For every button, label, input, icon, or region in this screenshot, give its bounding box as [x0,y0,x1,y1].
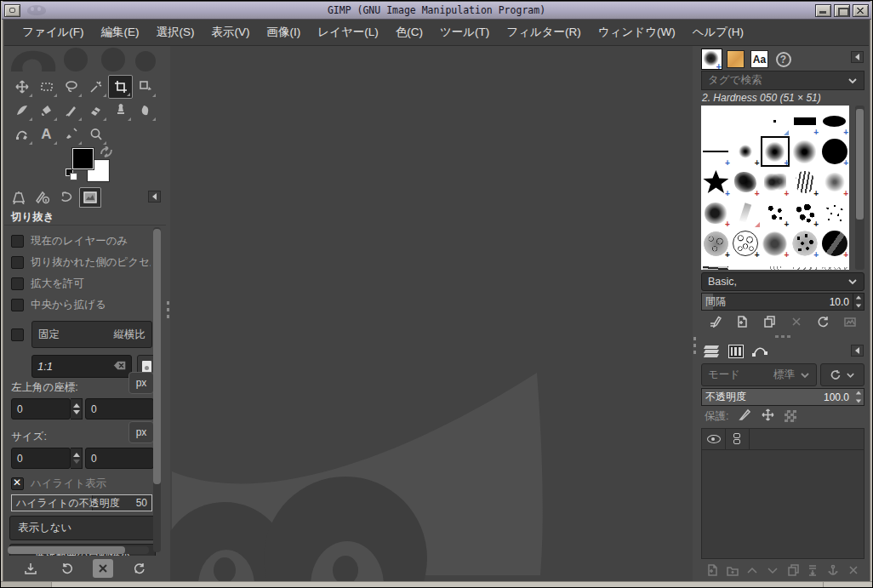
brush-strokes[interactable]: + [790,167,819,197]
zoom-tool-button[interactable] [83,123,108,146]
spacing-spinner[interactable] [853,294,864,310]
checkbox[interactable] [11,299,24,311]
tool-options-vertical-scrollbar[interactable] [153,227,161,552]
crop-option-1[interactable]: 切り抜かれた側のピクセルの削除 [11,254,151,271]
brush-grunge[interactable]: + [761,228,790,259]
fuzzy-select-tool-button[interactable] [83,75,108,99]
delete-layer-button[interactable] [844,562,863,579]
brush-vine[interactable] [790,259,819,270]
checkbox[interactable] [11,256,24,269]
tab-images[interactable] [79,187,101,208]
default-colors-icon[interactable] [66,168,77,180]
guides-combo[interactable]: 表示しない [9,516,156,540]
gradient-tool-button[interactable] [9,99,34,123]
position-unit-button[interactable]: px [128,372,154,394]
visibility-header-toggle[interactable] [702,429,726,449]
brush-grid-scrollbar[interactable] [855,106,864,270]
position-spinner[interactable] [71,398,83,420]
tab-paths[interactable] [749,340,770,362]
brush-soft-md-selected[interactable]: + [761,136,790,167]
layer-opacity-slider[interactable]: 不透明度 100.0 [701,388,864,406]
maximize-button[interactable] [834,4,850,17]
foreground-color-swatch[interactable] [72,148,94,169]
canvas-area[interactable] [170,46,693,581]
brush-star[interactable]: + [701,167,731,197]
tab-menu-button[interactable] [148,191,161,203]
brush-wisp[interactable] [731,197,761,228]
tab-brushes[interactable] [701,49,722,70]
layer-mode-switch-button[interactable] [820,363,864,386]
window-border-right[interactable] [870,1,872,587]
layer-mode-select[interactable]: モード 標準 [701,363,817,386]
menu-1[interactable]: 編集(E) [93,20,148,44]
brush-bubbles[interactable]: + [731,228,761,259]
brush-ellipse[interactable]: + [819,106,849,136]
brush-soft-lg[interactable] [790,136,819,167]
edit-brush-button[interactable] [706,313,725,330]
unified-transform-tool-button[interactable] [133,75,157,99]
layer-list[interactable] [701,450,864,559]
anchor-layer-button[interactable] [824,562,842,579]
move-tool-button[interactable] [9,75,34,99]
fixed-type-button[interactable]: 固定縦横比 [31,321,152,348]
tab-help[interactable]: ? [773,49,794,70]
new-layer-button[interactable] [703,562,722,579]
open-brush-as-image-button[interactable] [841,313,859,330]
brush-spacing-slider[interactable]: 間隔 10.0 [701,293,864,311]
duplicate-layer-button[interactable] [784,562,802,579]
tab-device-status[interactable] [31,187,54,208]
aspect-ratio-input[interactable]: 1:1 [31,355,132,378]
new-layer-group-button[interactable] [723,562,742,579]
brush-soft-sm[interactable]: + [731,136,761,167]
tab-fonts[interactable]: Aa [749,49,770,70]
brush-sparse[interactable] [761,259,790,270]
position-y-input[interactable]: 0 [85,398,154,420]
brush-round[interactable]: + [819,136,849,167]
delete-brush-button[interactable] [787,313,806,330]
refresh-brushes-button[interactable] [813,313,832,330]
menu-6[interactable]: 色(C) [387,20,431,44]
brush-hatch[interactable] [731,259,761,270]
window-border-bottom[interactable] [1,581,872,587]
crop-tool-button[interactable] [108,75,133,99]
paintbrush-tool-button[interactable] [59,99,83,123]
tab-undo-history[interactable] [55,187,77,208]
brush-halfdark[interactable]: + [819,228,849,259]
menu-4[interactable]: 画像(I) [259,20,310,44]
menu-8[interactable]: フィルター(R) [498,20,590,44]
lower-layer-button[interactable] [763,562,782,579]
crop-option-0[interactable]: 現在のレイヤーのみ [11,232,151,249]
menu-5[interactable]: レイヤー(L) [309,20,386,44]
menu-3[interactable]: 表示(V) [203,20,259,44]
brush-cells[interactable]: + [701,228,731,259]
size-spinner[interactable] [71,448,83,469]
brush-splat[interactable]: + [761,167,790,197]
checkbox[interactable] [11,477,24,490]
paths-tool-button[interactable] [9,123,34,146]
layers-tab-menu-button[interactable] [851,345,864,357]
brush-chalk[interactable]: + [731,167,761,197]
size-y-input[interactable]: 0 [85,448,154,469]
save-tool-preset-button[interactable] [20,559,41,578]
lock-position-button[interactable] [762,408,774,424]
checkbox[interactable] [11,277,24,290]
highlight-opacity-slider[interactable]: ハイライトの不透明度50 [11,494,152,511]
duplicate-brush-button[interactable] [760,313,779,330]
rectangle-select-tool-button[interactable] [34,75,59,99]
brush-speckle[interactable]: + [790,228,819,259]
clear-icon[interactable] [113,360,126,373]
brush-line[interactable]: + [701,136,731,167]
brush-pixel[interactable] [761,106,790,136]
tab-layers[interactable] [701,340,722,362]
brush-dots-md[interactable]: + [790,197,819,228]
size-x-input[interactable]: 0 [11,448,71,469]
brush-charcoal[interactable]: + [701,197,731,228]
position-x-input[interactable]: 0 [11,398,71,420]
brushes-tab-menu-button[interactable] [851,51,864,63]
menu-7[interactable]: ツール(T) [431,20,498,44]
brush-grain[interactable]: + [819,167,849,197]
smudge-tool-button[interactable] [133,99,157,123]
brush-dots-fine[interactable] [819,197,849,228]
brush-tag-search[interactable]: タグで検索 [701,71,864,90]
crop-option-2[interactable]: 拡大を許可 [11,275,151,292]
